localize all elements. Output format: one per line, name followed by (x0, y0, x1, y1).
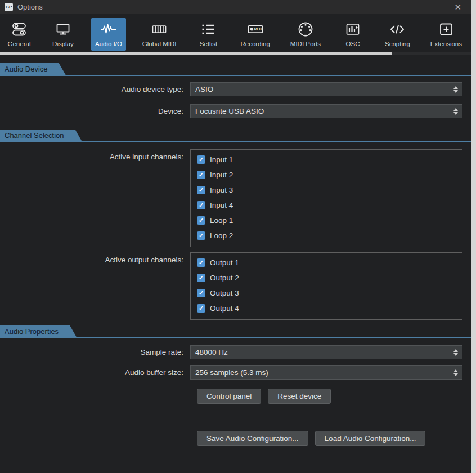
checkbox-checked-icon[interactable]: ✓ (197, 155, 205, 164)
list-item: ✓ Output 3 (191, 285, 462, 301)
channel-label: Input 3 (210, 186, 233, 194)
section-tab-channel-selection: Channel Selection (0, 130, 82, 141)
sample-rate-value: 48000 Hz (195, 348, 450, 356)
audio-device-type-label: Audio device type: (0, 85, 190, 93)
audio-device-type-row: Audio device type: ASIO (0, 82, 462, 96)
list-item: ✓ Input 3 (191, 182, 462, 198)
buffer-size-row: Audio buffer size: 256 samples (5.3 ms) (0, 365, 462, 380)
input-channels-row: Active input channels: ✓ Input 1 ✓ Input… (0, 149, 462, 247)
checkbox-checked-icon[interactable]: ✓ (197, 171, 205, 179)
checkbox-checked-icon[interactable]: ✓ (197, 274, 205, 282)
tab-audio-io[interactable]: Audio I/O (91, 18, 126, 51)
app-icon: GP (5, 3, 13, 11)
tab-global-midi[interactable]: Global MIDI (138, 18, 181, 51)
checkbox-checked-icon[interactable]: ✓ (197, 289, 205, 297)
titlebar: GP Options ✕ (0, 0, 476, 14)
device-label: Device: (0, 107, 190, 115)
device-value: Focusrite USB ASIO (195, 107, 450, 115)
device-select[interactable]: Focusrite USB ASIO (190, 104, 462, 118)
audio-device-type-select[interactable]: ASIO (190, 82, 462, 96)
channel-label: Loop 2 (210, 231, 233, 240)
config-buttons-row: Save Audio Configuration... Load Audio C… (197, 431, 476, 446)
tab-general[interactable]: General (3, 18, 35, 51)
reset-device-button[interactable]: Reset device (268, 389, 331, 404)
checkbox-checked-icon[interactable]: ✓ (197, 216, 205, 225)
tab-display[interactable]: Display (47, 18, 79, 51)
spinner-arrows-icon (453, 349, 458, 356)
buffer-size-label: Audio buffer size: (0, 368, 190, 377)
sample-rate-row: Sample rate: 48000 Hz (0, 345, 462, 359)
channel-label: Output 3 (210, 289, 239, 297)
channel-label: Input 1 (210, 155, 233, 164)
spinner-arrows-icon (453, 369, 458, 376)
list-item: ✓ Loop 2 (191, 228, 462, 243)
toggles-icon (11, 21, 28, 38)
list-item: ✓ Input 2 (191, 167, 462, 182)
input-channels-label: Active input channels: (0, 149, 190, 161)
channel-label: Input 4 (210, 201, 233, 209)
channel-label: Loop 1 (210, 216, 233, 225)
options-toolbar: General Display Audio I/O Global MIDI (0, 14, 471, 51)
tab-osc[interactable]: OSC (337, 18, 369, 51)
tab-label: Setlist (200, 41, 217, 47)
close-icon[interactable]: ✕ (452, 2, 464, 12)
list-item: ✓ Output 4 (191, 301, 462, 316)
list-item: ✓ Input 1 (191, 152, 462, 167)
tab-label: MIDI Ports (290, 41, 321, 47)
spinner-arrows-icon (453, 86, 458, 93)
section-tab-audio-device: Audio Device (0, 63, 66, 75)
record-icon: REC (247, 21, 264, 38)
buffer-size-select[interactable]: 256 samples (5.3 ms) (190, 365, 462, 380)
tab-setlist[interactable]: Setlist (192, 18, 224, 51)
sample-rate-select[interactable]: 48000 Hz (190, 345, 462, 359)
list-icon (200, 21, 217, 38)
tab-label: Global MIDI (142, 41, 177, 47)
channel-label: Input 2 (210, 171, 233, 179)
svg-text:REC: REC (254, 27, 262, 31)
toolbar-scrollbar-thumb[interactable] (0, 52, 392, 55)
buffer-size-value: 256 samples (5.3 ms) (195, 368, 450, 377)
tab-label: OSC (346, 41, 360, 47)
device-buttons-row: Control panel Reset device (197, 389, 476, 404)
section-channel-selection: Channel Selection (0, 130, 471, 142)
input-channels-list: ✓ Input 1 ✓ Input 2 ✓ Input 3 ✓ Input 4 … (190, 149, 462, 247)
tab-midi-ports[interactable]: MIDI Ports (286, 18, 325, 51)
tab-scripting[interactable]: Scripting (381, 18, 414, 51)
window-edge-scrollbar (471, 0, 476, 473)
audio-device-type-value: ASIO (195, 85, 450, 93)
section-audio-properties: Audio Properties (0, 325, 471, 338)
piano-icon (151, 21, 168, 38)
tab-label: General (8, 41, 31, 47)
list-item: ✓ Loop 1 (191, 213, 462, 228)
midi-din-icon (297, 21, 314, 38)
toolbar-scrollbar (0, 52, 471, 55)
load-audio-configuration-button[interactable]: Load Audio Configuration... (315, 431, 426, 446)
tab-extensions[interactable]: Extensions (426, 18, 466, 51)
checkbox-checked-icon[interactable]: ✓ (197, 231, 205, 240)
save-audio-configuration-button[interactable]: Save Audio Configuration... (197, 431, 308, 446)
section-tab-audio-properties: Audio Properties (0, 325, 77, 337)
window-title: Options (17, 3, 43, 11)
channel-label: Output 2 (210, 274, 239, 282)
list-item: ✓ Output 2 (191, 270, 462, 285)
output-channels-label: Active output channels: (0, 252, 190, 264)
tab-label: Audio I/O (95, 41, 122, 47)
monitor-icon (55, 21, 71, 38)
checkbox-checked-icon[interactable]: ✓ (197, 258, 205, 267)
tab-recording[interactable]: REC Recording (236, 18, 273, 51)
checkbox-checked-icon[interactable]: ✓ (197, 186, 205, 194)
output-channels-list: ✓ Output 1 ✓ Output 2 ✓ Output 3 ✓ Outpu… (190, 252, 462, 320)
list-item: ✓ Output 1 (191, 255, 462, 270)
plus-box-icon (438, 21, 455, 38)
osc-icon (344, 21, 361, 38)
sample-rate-label: Sample rate: (0, 348, 190, 356)
checkbox-checked-icon[interactable]: ✓ (197, 304, 205, 313)
control-panel-button[interactable]: Control panel (197, 389, 261, 404)
code-icon (389, 21, 406, 38)
section-audio-device: Audio Device (0, 63, 471, 76)
channel-label: Output 1 (210, 258, 239, 267)
spinner-arrows-icon (453, 108, 458, 115)
tab-label: Scripting (385, 41, 410, 47)
checkbox-checked-icon[interactable]: ✓ (197, 201, 205, 209)
waveform-icon (100, 21, 117, 38)
